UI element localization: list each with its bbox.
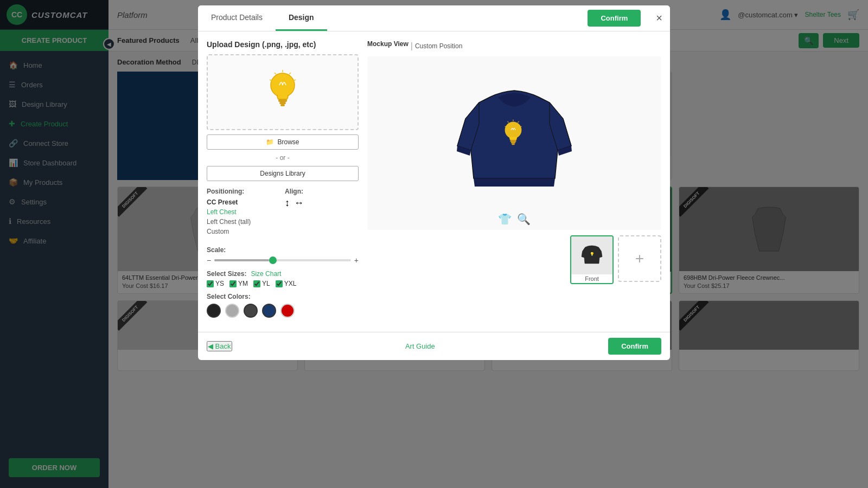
- svg-rect-4: [280, 104, 285, 106]
- color-swatch-navy[interactable]: [262, 304, 276, 318]
- colors-section: Select Colors:: [207, 293, 359, 318]
- color-swatch-black[interactable]: [207, 304, 221, 318]
- sizes-section: Select Sizes: Size Chart YS YM: [207, 270, 359, 287]
- colors-label: Select Colors:: [207, 293, 359, 300]
- modal-right-panel: Mockup View | Custom Position: [367, 40, 661, 323]
- art-guide-link[interactable]: Art Guide: [405, 342, 435, 350]
- sweatshirt-mockup: [455, 70, 574, 216]
- size-checkbox-yl[interactable]: [253, 280, 260, 287]
- thumbnail-sweatshirt-icon: 💡: [581, 242, 603, 269]
- svg-text:💡: 💡: [590, 252, 595, 256]
- align-horizontal-button[interactable]: ↔: [294, 197, 304, 209]
- colors-row: [207, 304, 359, 318]
- positioning-align-grid: Positioning: CC Preset Left Chest Left C…: [207, 188, 359, 242]
- scale-section: Scale: − +: [207, 246, 359, 265]
- close-button[interactable]: ×: [648, 12, 670, 24]
- svg-line-9: [270, 80, 272, 81]
- upload-box[interactable]: [207, 54, 359, 130]
- designs-library-button[interactable]: Designs Library: [207, 166, 359, 181]
- size-checkbox-ys[interactable]: [207, 280, 214, 287]
- scale-row: − +: [207, 256, 359, 265]
- product-design-modal: Product Details Design Confirm × Upload …: [198, 5, 670, 360]
- mockup-view-header: Mockup View | Custom Position: [367, 40, 661, 52]
- svg-line-6: [289, 73, 291, 74]
- header-confirm-button[interactable]: Confirm: [588, 10, 641, 27]
- svg-rect-3: [279, 102, 286, 104]
- color-swatch-gray[interactable]: [225, 304, 239, 318]
- color-swatch-dark-gray[interactable]: [244, 304, 258, 318]
- scale-minus-button[interactable]: −: [207, 256, 211, 265]
- align-controls: ↕ ↔: [285, 197, 359, 209]
- thumbnail-front-label: Front: [571, 274, 612, 283]
- size-option-ys[interactable]: YS: [207, 280, 224, 287]
- sizes-label: Select Sizes:: [207, 270, 246, 278]
- align-label: Align:: [285, 188, 359, 195]
- size-checkbox-ym[interactable]: [229, 280, 237, 287]
- size-options: YS YM YL YXL: [207, 280, 359, 287]
- thumbnail-front-image: 💡: [571, 236, 612, 274]
- custom-position-link[interactable]: Custom Position: [415, 42, 462, 50]
- tshirt-icon[interactable]: 👕: [498, 213, 512, 226]
- sizes-row: Select Sizes: Size Chart: [207, 270, 359, 278]
- positioning-option-custom[interactable]: Custom: [207, 227, 280, 236]
- positioning-section: Positioning: CC Preset Left Chest Left C…: [207, 188, 280, 236]
- mockup-separator: |: [411, 41, 413, 51]
- mockup-view-label: Mockup View: [367, 40, 409, 48]
- modal-footer: ◀ Back Art Guide Confirm: [198, 332, 670, 360]
- scale-label: Scale:: [207, 246, 359, 254]
- modal-header: Product Details Design Confirm ×: [198, 5, 670, 31]
- zoom-icon[interactable]: 🔍: [517, 213, 531, 226]
- color-swatch-red[interactable]: [280, 304, 295, 318]
- scale-plus-button[interactable]: +: [354, 256, 359, 265]
- modal-overlay: Product Details Design Confirm × Upload …: [0, 0, 868, 488]
- size-option-yl[interactable]: YL: [253, 280, 270, 287]
- positioning-option-left-chest[interactable]: Left Chest: [207, 207, 280, 217]
- svg-line-8: [275, 73, 276, 74]
- svg-rect-2: [278, 99, 287, 102]
- footer-confirm-button[interactable]: Confirm: [608, 338, 661, 355]
- size-chart-link[interactable]: Size Chart: [251, 270, 281, 278]
- thumbnail-front[interactable]: 💡 Front: [570, 235, 614, 284]
- mockup-area: 👕 🔍: [367, 56, 661, 230]
- size-checkbox-yxl[interactable]: [276, 280, 283, 287]
- scale-slider[interactable]: [214, 259, 351, 261]
- size-option-ym[interactable]: YM: [229, 280, 248, 287]
- svg-rect-13: [512, 144, 515, 145]
- align-section: Align: ↕ ↔: [285, 188, 359, 242]
- svg-rect-11: [510, 140, 516, 142]
- positioning-option-left-chest-tall[interactable]: Left Chest (tall): [207, 217, 280, 227]
- browse-button[interactable]: 📁 Browse: [207, 134, 359, 150]
- back-button[interactable]: ◀ Back: [207, 341, 232, 351]
- modal-left-panel: Upload Design (.png, .jpg, etc): [207, 40, 359, 323]
- tab-design[interactable]: Design: [276, 5, 327, 31]
- positioning-label: Positioning:: [207, 188, 280, 195]
- svg-rect-12: [511, 142, 515, 144]
- mockup-icons: 👕 🔍: [498, 213, 531, 226]
- scale-thumb[interactable]: [269, 256, 277, 264]
- align-vertical-button[interactable]: ↕: [285, 197, 290, 209]
- positioning-option-cc-preset[interactable]: CC Preset: [207, 197, 280, 207]
- lightbulb-icon: [261, 68, 304, 117]
- or-divider: - or -: [207, 154, 359, 162]
- svg-line-7: [293, 80, 296, 81]
- scale-track-filled: [214, 259, 269, 261]
- tab-product-details[interactable]: Product Details: [198, 5, 276, 31]
- add-thumbnail-button[interactable]: +: [618, 235, 661, 282]
- upload-title: Upload Design (.png, .jpg, etc): [207, 40, 359, 49]
- thumbnails-row: 💡 Front +: [367, 235, 661, 284]
- browse-icon: 📁: [266, 138, 274, 146]
- size-option-yxl[interactable]: YXL: [276, 280, 297, 287]
- modal-body: Upload Design (.png, .jpg, etc): [198, 31, 670, 332]
